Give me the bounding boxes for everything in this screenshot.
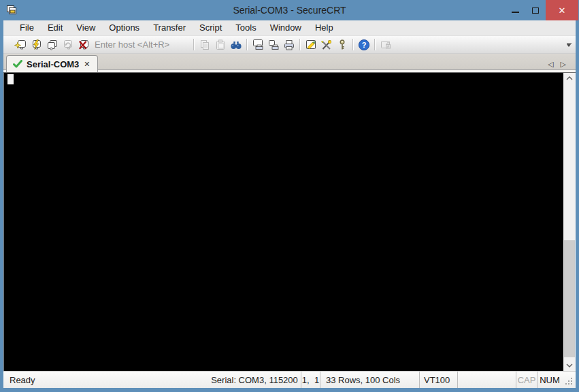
menu-file[interactable]: File [13, 20, 41, 35]
toolbar-overflow-button[interactable] [564, 43, 574, 47]
close-button[interactable]: ✕ [546, 0, 578, 20]
status-cursor-position: 1, 1 [301, 372, 320, 388]
toolbar-separator [193, 39, 194, 50]
tab-scroll-right-button[interactable]: ▷ [561, 61, 566, 68]
tab-label: Serial-COM3 [27, 59, 79, 69]
copy-button[interactable] [197, 37, 212, 52]
tab-scroll-left-button[interactable]: ◁ [548, 61, 553, 68]
toolbar-separator [374, 39, 375, 50]
print-selection-button[interactable] [265, 37, 281, 52]
app-icon[interactable] [5, 4, 18, 16]
status-serial-connection: Serial: COM3, 115200 [208, 372, 301, 388]
connect-in-tab-icon [46, 38, 59, 52]
maximize-icon [532, 7, 539, 14]
toolbar-separator [352, 39, 353, 50]
menu-view[interactable]: View [69, 20, 102, 35]
status-ready: Ready [3, 372, 208, 388]
resize-grip-icon [571, 383, 572, 385]
tab-scroll-arrows: ◁ ▷ [548, 61, 576, 72]
host-input[interactable] [91, 38, 186, 52]
minimize-button[interactable] [505, 0, 525, 20]
scroll-down-button[interactable] [563, 360, 576, 371]
connect-icon [14, 38, 28, 52]
menu-script[interactable]: Script [193, 20, 229, 35]
global-options-button[interactable] [318, 37, 334, 52]
print-icon [282, 38, 296, 52]
close-icon: ✕ [559, 5, 566, 16]
menu-help[interactable]: Help [308, 20, 340, 35]
minimize-icon [512, 12, 519, 13]
session-options-button[interactable] [303, 37, 318, 52]
toolbar-separator [246, 39, 247, 50]
find-icon [229, 38, 243, 52]
tab-bar: Serial-COM3 ✕ ◁ ▷ [3, 54, 576, 72]
print-button[interactable] [281, 37, 297, 52]
print-screen-icon [251, 38, 265, 52]
status-emulation: VT100 [419, 372, 457, 388]
scroll-up-button[interactable] [563, 73, 576, 84]
global-options-icon [320, 38, 333, 52]
help-icon: ? [357, 38, 371, 52]
vertical-scrollbar[interactable] [563, 73, 576, 371]
chevron-up-icon [566, 76, 573, 80]
window-bottom-border [0, 388, 579, 392]
status-bar: Ready Serial: COM3, 115200 1, 1 33 Rows,… [3, 371, 576, 388]
securecrt-logo-icon [6, 5, 18, 16]
reconnect-button[interactable] [60, 37, 76, 52]
tab-serial-com3[interactable]: Serial-COM3 ✕ [6, 55, 98, 72]
toolbar-overflow-icon [567, 43, 572, 44]
print-selection-icon [267, 38, 280, 52]
menu-options[interactable]: Options [102, 20, 146, 35]
status-terminal-size: 33 Rows, 100 Cols [320, 372, 419, 388]
reconnect-icon [61, 38, 75, 52]
session-options-icon [304, 38, 318, 52]
disconnect-button[interactable] [76, 37, 91, 52]
status-empty-pane [457, 372, 516, 388]
screen-lock-icon: A [379, 38, 393, 52]
paste-icon [214, 38, 227, 52]
connected-check-icon [13, 60, 22, 68]
svg-text:A: A [386, 45, 388, 48]
tab-close-icon[interactable]: ✕ [83, 61, 90, 68]
window-content: File Edit View Options Transfer Script T… [3, 20, 576, 388]
status-num-lock-indicator: NUM [537, 372, 562, 388]
window-controls: ✕ [505, 0, 579, 20]
connect-button[interactable] [13, 37, 29, 52]
menu-edit[interactable]: Edit [41, 20, 69, 35]
terminal-row [3, 72, 576, 371]
toolbar-separator [299, 39, 300, 50]
find-button[interactable] [228, 37, 244, 52]
menu-tools[interactable]: Tools [229, 20, 263, 35]
terminal-screen[interactable] [4, 73, 563, 371]
quick-connect-icon [30, 38, 44, 52]
resize-grip[interactable] [562, 372, 576, 388]
disconnect-icon [77, 38, 90, 52]
key-agent-button[interactable] [334, 37, 350, 52]
title-bar: Serial-COM3 - SecureCRT ✕ [0, 0, 579, 20]
toolbar: ? A [3, 36, 576, 54]
menu-bar: File Edit View Options Transfer Script T… [3, 20, 576, 36]
securecrt-window: Serial-COM3 - SecureCRT ✕ File Edit View… [0, 0, 579, 392]
chevron-down-icon [566, 363, 573, 368]
window-title: Serial-COM3 - SecureCRT [0, 5, 579, 16]
screen-lock-button[interactable]: A [378, 37, 393, 52]
status-caps-lock-indicator: CAP [516, 372, 537, 388]
quick-connect-button[interactable] [29, 37, 44, 52]
menu-window[interactable]: Window [263, 20, 308, 35]
svg-text:?: ? [361, 41, 366, 49]
help-button[interactable]: ? [356, 37, 371, 52]
scrollbar-thumb[interactable] [564, 240, 575, 357]
menu-transfer[interactable]: Transfer [146, 20, 193, 35]
connect-in-tab-button[interactable] [44, 37, 60, 52]
copy-icon [198, 38, 212, 52]
paste-button[interactable] [212, 37, 228, 52]
print-screen-button[interactable] [250, 37, 265, 52]
terminal-cursor [7, 74, 14, 84]
maximize-button[interactable] [525, 0, 546, 20]
key-icon [335, 38, 349, 52]
